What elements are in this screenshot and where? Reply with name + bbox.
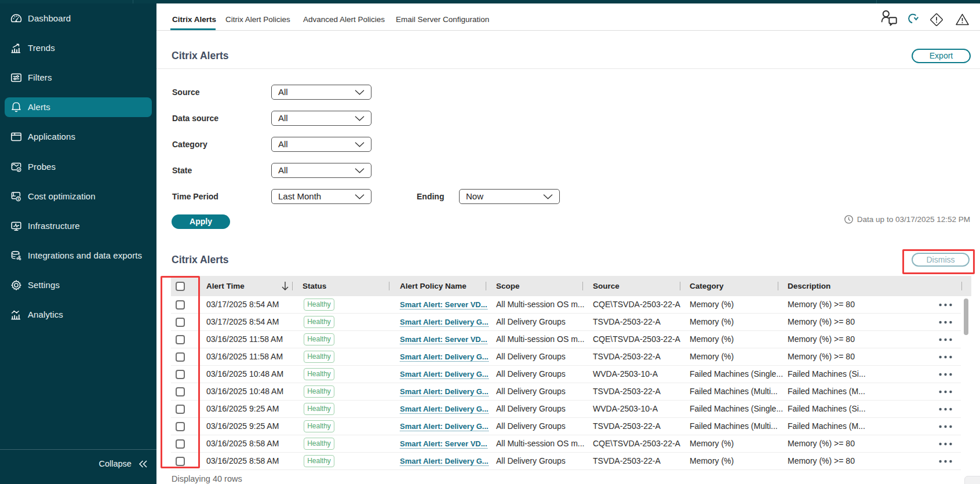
svg-text:$: $ <box>17 197 20 201</box>
